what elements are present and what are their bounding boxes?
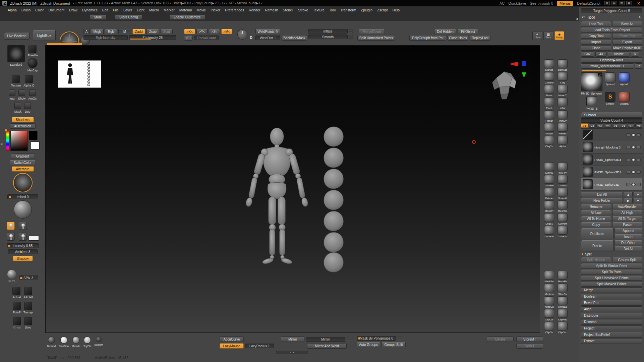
insert-button[interactable]: Insert: [614, 234, 642, 239]
append-button[interactable]: Append: [614, 228, 642, 233]
brush-item[interactable]: Move T: [557, 85, 569, 97]
menus-toggle[interactable]: Menus: [557, 1, 573, 6]
active-tool-r-button[interactable]: R: [635, 63, 642, 69]
subtool-brush-icon[interactable]: [637, 171, 641, 174]
light-2-bulb-icon[interactable]: [19, 222, 27, 230]
menu-item[interactable]: Alpha: [5, 8, 19, 12]
menu-item[interactable]: Tool: [327, 8, 338, 12]
load-tool-button[interactable]: Load Tool: [581, 21, 611, 26]
subtool-row[interactable]: PM3D_Sphere3D1: [581, 166, 642, 178]
aocclusion-button[interactable]: AOcclusion: [10, 123, 36, 129]
copy-tool-button[interactable]: Copy Tool: [581, 33, 611, 39]
shadows-button[interactable]: Shadows: [12, 117, 34, 122]
light-placement-sphere[interactable]: [14, 200, 32, 219]
window-layout-icon[interactable]: ▦: [626, 1, 632, 5]
subtool-thumbnail[interactable]: [583, 167, 593, 177]
slider-knob[interactable]: [8, 245, 10, 247]
paste-tool-button[interactable]: Paste Tool: [612, 33, 642, 39]
paste-subtool-button[interactable]: Paste: [612, 222, 642, 227]
canvas-scrollbar[interactable]: ▲ ▼: [276, 351, 308, 354]
bpr-sphere-icon[interactable]: [7, 270, 16, 279]
polypaint-toggle-icon[interactable]: [626, 183, 630, 186]
delete-subtool-button[interactable]: Delete: [581, 240, 613, 251]
menu-item[interactable]: Texture: [310, 8, 327, 12]
tool-thumbnail-item[interactable]: EraserE: [618, 92, 630, 111]
slider-knob[interactable]: [20, 277, 22, 279]
polyhead-model[interactable]: [490, 68, 519, 101]
visibility-eye-icon[interactable]: [631, 158, 636, 161]
close-icon[interactable]: ×: [636, 1, 642, 6]
subtool-row[interactable]: PM3D_Sphere3D4: [581, 154, 642, 166]
alternate-button[interactable]: Alternate: [12, 166, 34, 172]
menu-item[interactable]: Remesh: [262, 8, 280, 12]
close-holes-button[interactable]: Close Holes: [448, 35, 468, 41]
delete-canvas-button[interactable]: Delete: [487, 337, 514, 342]
current-brush-thumbnail[interactable]: [7, 45, 25, 62]
menu-item[interactable]: Help: [390, 8, 402, 12]
zbrush-logo-icon[interactable]: Z: [2, 1, 7, 6]
del-hidden-button[interactable]: Del Hidden: [434, 29, 456, 34]
subtool-thumbnail[interactable]: [583, 130, 593, 140]
clone-button[interactable]: Clone: [581, 45, 611, 51]
export-button[interactable]: Export: [612, 39, 642, 45]
brush-item[interactable]: Move: [543, 85, 555, 97]
secondary-color-swatch[interactable]: [29, 131, 38, 140]
del-other-button[interactable]: Del Other: [614, 240, 642, 245]
mannequin-model[interactable]: [228, 123, 326, 286]
right-tray-collapse-arrow[interactable]: ◀: [576, 17, 578, 20]
visibility-eye-icon[interactable]: [631, 146, 636, 149]
switchcolor-button[interactable]: SwitchColor: [10, 160, 36, 165]
subtool-thumbnail[interactable]: [583, 142, 593, 152]
scroll-up-icon[interactable]: ▲: [289, 352, 291, 354]
active-tool-name[interactable]: PM3D_Sphereinder3D1 1.: [581, 63, 634, 69]
tool-section-header[interactable]: Boolean: [581, 294, 642, 299]
actual-size-button[interactable]: [12, 287, 20, 295]
polypaint-toggle-icon[interactable]: [626, 171, 630, 174]
del-all-button[interactable]: Del All: [614, 246, 642, 251]
stroke-thumbnail[interactable]: [28, 45, 37, 53]
draw-size-dial[interactable]: [237, 29, 247, 40]
brush-item[interactable]: MeshSp: [557, 200, 569, 213]
left-tray-collapse-arrow[interactable]: ◀: [0, 142, 2, 145]
brush-item[interactable]: ClipRec: [557, 309, 569, 321]
goz-visible-button[interactable]: Visible: [608, 51, 630, 57]
all-to-home-button[interactable]: All To Home: [581, 216, 611, 221]
subtool-section-header[interactable]: Subtool: [581, 112, 642, 118]
subtool-brush-icon[interactable]: [637, 146, 641, 149]
mirror-button[interactable]: Mirror: [281, 337, 304, 342]
solo-button[interactable]: [24, 317, 32, 325]
window-layout-icon[interactable]: ‖‖: [604, 1, 610, 5]
brush-item[interactable]: ClayTu: [543, 136, 555, 148]
slider-mini-toggles[interactable]: [347, 338, 350, 341]
visibility-tab[interactable]: V2: [589, 123, 596, 128]
brush-item[interactable]: CurveSt: [543, 226, 555, 238]
window-layout-icon[interactable]: ▤: [611, 1, 617, 5]
split-unmasked-button[interactable]: Split Unmasked Points: [581, 275, 642, 281]
subtool-brush-icon[interactable]: [637, 183, 641, 186]
lightbox-tools-button[interactable]: Lightbox▶Tools: [581, 57, 642, 63]
subtool-thumbnail[interactable]: [583, 155, 593, 165]
floor-grid-button[interactable]: ▦ Floor: [543, 31, 553, 40]
polyframe-button[interactable]: [13, 302, 21, 310]
weld-points-button[interactable]: WeldPoints⚙: [255, 29, 280, 34]
active-tool-thumbnail[interactable]: 7: [581, 72, 602, 91]
load-tools-from-project-button[interactable]: Load Tools From Project: [581, 27, 642, 33]
palette-refresh-icon[interactable]: ↻: [639, 15, 642, 19]
material-item[interactable]: ToyPla: [83, 337, 91, 348]
new-folder-button[interactable]: New Folder: [581, 198, 623, 203]
polygroupit-button[interactable]: PolyGroupIt from Pai: [409, 35, 446, 41]
saturation-value-square[interactable]: [10, 131, 28, 151]
brush-item[interactable]: CurveL: [543, 162, 555, 174]
split-unmasked-points-button[interactable]: Split Unmasked Points: [357, 35, 395, 41]
brush-item[interactable]: SliceCu: [557, 284, 569, 296]
autoreorder-button[interactable]: AutoReorder: [612, 204, 642, 209]
amoc-button[interactable]: [29, 89, 36, 96]
brush-item[interactable]: CurveTu: [557, 226, 569, 238]
brush-item[interactable]: MaskLa: [543, 284, 555, 296]
menu-item[interactable]: Stencil: [281, 8, 296, 12]
visibility-tab[interactable]: V5: [612, 123, 619, 128]
goz-all-button[interactable]: All: [595, 51, 607, 57]
menu-item[interactable]: Zscript: [375, 8, 390, 12]
visibility-tab[interactable]: V3: [596, 123, 603, 128]
radial-count-slider[interactable]: RadialCount: [194, 36, 219, 40]
